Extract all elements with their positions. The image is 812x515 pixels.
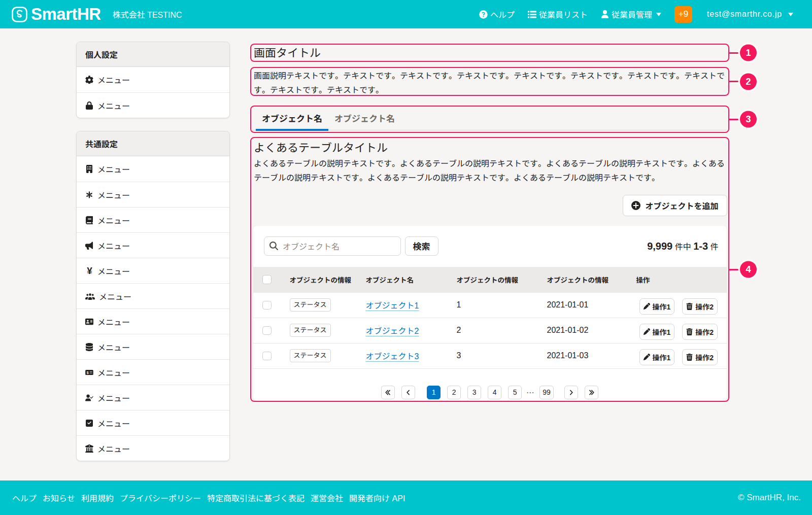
svg-text:$: $ xyxy=(87,370,89,374)
